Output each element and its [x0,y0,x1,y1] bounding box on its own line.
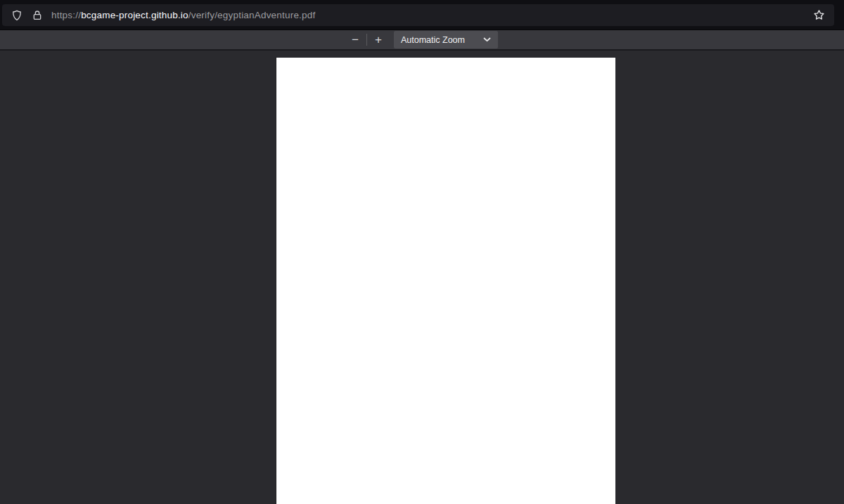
pdf-page [276,58,615,504]
zoom-level-select[interactable]: Automatic Zoom [394,31,498,49]
browser-chrome: https://bcgame-project.github.io/verify/… [0,0,844,30]
url-domain: bcgame-project.github.io [81,10,188,20]
star-icon[interactable] [812,8,826,22]
toolbar-divider [366,34,367,46]
zoom-in-button[interactable]: + [369,32,388,49]
chevron-down-icon [483,37,491,42]
url-protocol: https:// [51,10,81,20]
pdf-content-area[interactable] [0,51,844,504]
zoom-level-value: Automatic Zoom [401,35,465,45]
pdf-toolbar: − + Automatic Zoom [0,30,844,51]
browser-window: https://bcgame-project.github.io/verify/… [0,0,844,504]
lock-icon[interactable] [32,9,43,22]
zoom-controls: − + Automatic Zoom [346,31,498,49]
url-bar-icons [11,9,43,22]
url-path: /verify/egyptianAdventure.pdf [188,10,316,20]
shield-icon[interactable] [11,9,23,22]
url-text[interactable]: https://bcgame-project.github.io/verify/… [51,10,812,20]
url-bar[interactable]: https://bcgame-project.github.io/verify/… [2,4,834,26]
zoom-out-button[interactable]: − [346,32,364,49]
